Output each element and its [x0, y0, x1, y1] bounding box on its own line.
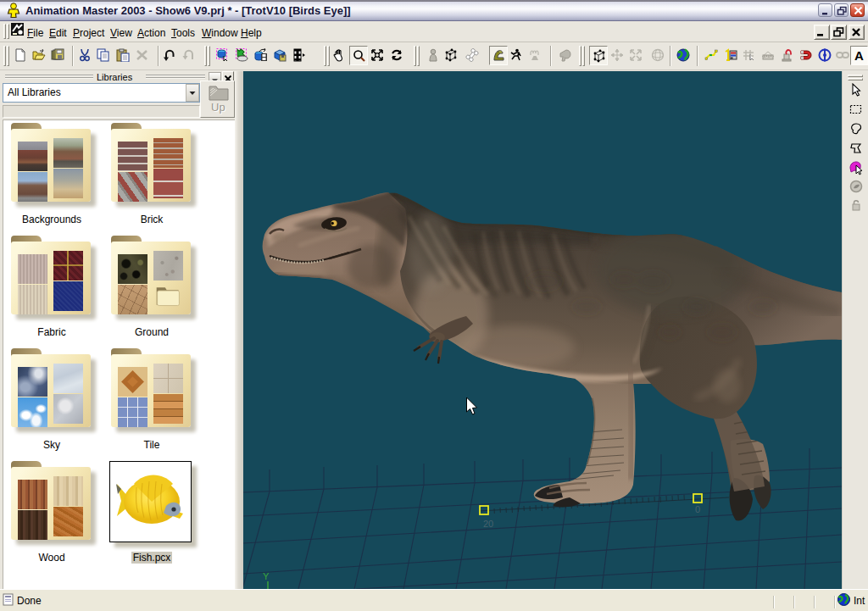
svg-text:20: 20 [483, 519, 493, 529]
svg-text:Y: Y [263, 571, 270, 581]
svg-text:0: 0 [695, 504, 700, 514]
